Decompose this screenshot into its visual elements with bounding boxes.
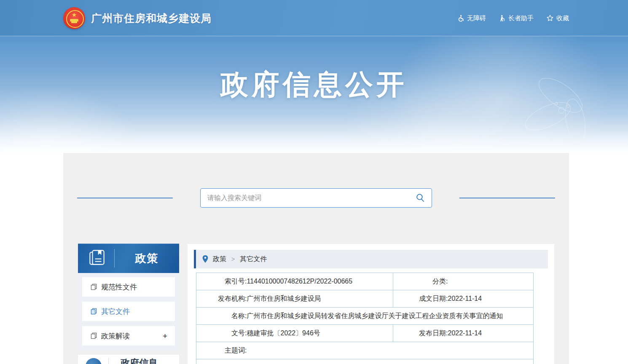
main-content-panel: 政策 > 其它文件 索引号: 11440100007482612P/2022-0…	[188, 244, 554, 364]
title-label: 名称:	[196, 308, 247, 325]
search-icon	[416, 193, 425, 203]
category-label: 分类:	[393, 273, 448, 290]
keywords-label: 主题词:	[196, 342, 247, 359]
national-emblem-logo: ★	[63, 7, 85, 29]
top-header-bar: ★ 广州市住房和城乡建设局 无障碍	[0, 0, 628, 36]
index-number-value: 11440100007482612P/2022-00665	[247, 273, 393, 290]
decor-line-right	[459, 198, 555, 198]
search-input[interactable]	[201, 189, 432, 207]
elder-icon	[499, 14, 506, 22]
table-row: 名称: 广州市住房和城乡建设局转发省住房城乡建设厅关于建设工程企业资质有关事宜的…	[196, 308, 534, 325]
publisher-label: 发布机构:	[196, 290, 247, 308]
written-date-value: 2022-11-14	[448, 290, 534, 308]
sidebar-item-policy-interpretation[interactable]: 政策解读 +	[82, 326, 175, 345]
sidebar-section-title: 政策	[115, 251, 179, 266]
accessibility-link[interactable]: 无障碍	[457, 14, 486, 22]
sidebar-section-gov-info[interactable]: 政府信息公开	[78, 355, 179, 364]
breadcrumb: 政策 > 其它文件	[194, 250, 548, 268]
index-number-label: 索引号:	[196, 273, 247, 290]
table-row: 主题词:	[196, 342, 534, 359]
sidebar-item-other-docs[interactable]: 其它文件	[82, 302, 175, 321]
doc-icon	[91, 284, 97, 290]
sidebar-menu: 规范性文件 其它文件 政策解读	[78, 273, 179, 351]
table-row: 发布机构: 广州市住房和城乡建设局 成文日期: 2022-11-14	[196, 290, 534, 308]
publisher-value: 广州市住房和城乡建设局	[247, 290, 393, 308]
book-icon	[88, 249, 106, 268]
elder-assistant-link[interactable]: 长者助手	[499, 14, 534, 22]
publish-date-label: 发布日期:	[393, 325, 448, 342]
document-meta-table: 索引号: 11440100007482612P/2022-00665 分类: 发…	[196, 273, 534, 364]
table-row: 文号: 穗建审批〔2022〕946号 发布日期: 2022-11-14	[196, 325, 534, 342]
location-pin-icon	[202, 255, 209, 263]
sidebar: 政策 规范性文件 其它文件	[78, 244, 179, 364]
doc-icon	[91, 332, 97, 339]
sidebar-item-normative-docs[interactable]: 规范性文件	[82, 277, 175, 297]
search-section	[63, 188, 569, 208]
site-title: 广州市住房和城乡建设局	[91, 11, 212, 25]
page-banner: 政府信息公开	[0, 36, 628, 153]
star-icon	[546, 14, 554, 22]
gov-info-icon	[86, 358, 102, 364]
content-wrapper: 政策 规范性文件 其它文件	[63, 153, 569, 364]
favorite-link[interactable]: 收藏	[546, 14, 569, 22]
search-button[interactable]	[413, 189, 427, 207]
doc-icon	[91, 308, 97, 315]
accessibility-icon	[457, 14, 464, 22]
title-value: 广州市住房和城乡建设局转发省住房城乡建设厅关于建设工程企业资质有关事宜的通知	[247, 308, 534, 325]
table-row	[196, 359, 534, 364]
keywords-value	[247, 342, 534, 359]
expand-plus-icon[interactable]: +	[163, 332, 167, 340]
breadcrumb-home[interactable]: 政策	[213, 255, 226, 264]
search-box	[200, 188, 432, 208]
decor-line-left	[77, 198, 173, 198]
doc-number-value: 穗建审批〔2022〕946号	[247, 325, 393, 342]
category-value	[448, 273, 534, 290]
page-title: 政府信息公开	[0, 36, 628, 99]
breadcrumb-current: 其它文件	[240, 255, 267, 264]
sidebar-section-policy[interactable]: 政策	[78, 244, 179, 273]
sidebar-section2-title: 政府信息公开	[118, 357, 160, 364]
publish-date-value: 2022-11-14	[448, 325, 534, 342]
table-row: 索引号: 11440100007482612P/2022-00665 分类:	[196, 273, 534, 290]
doc-number-label: 文号:	[196, 325, 247, 342]
top-utility-links: 无障碍 长者助手 收藏	[457, 14, 569, 22]
written-date-label: 成文日期:	[393, 290, 448, 308]
breadcrumb-separator: >	[231, 256, 235, 262]
